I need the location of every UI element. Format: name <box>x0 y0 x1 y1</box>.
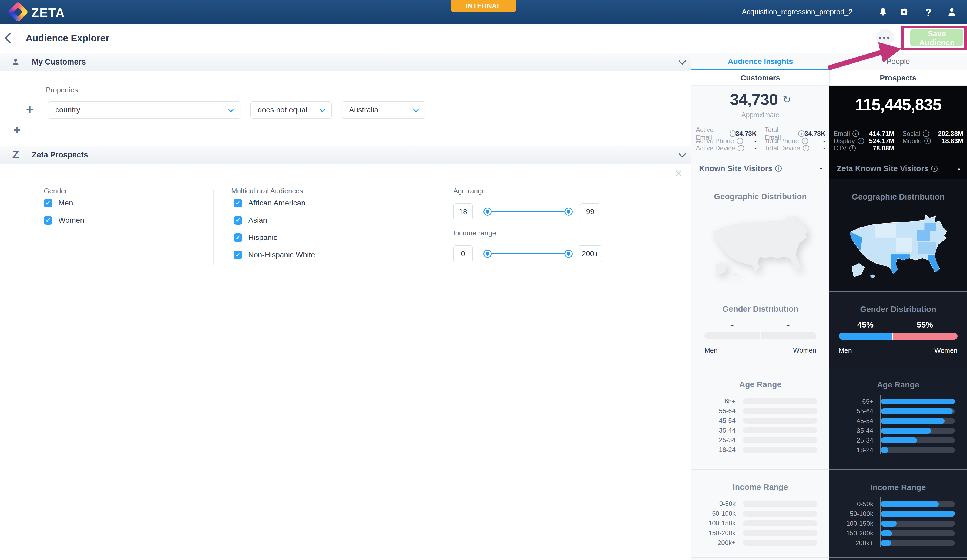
prospects-gender-section: Gender Distribution 45% 55% Men Women <box>829 291 967 367</box>
info-icon[interactable]: i <box>775 165 782 172</box>
info-icon[interactable]: i <box>923 130 929 137</box>
checkbox-row[interactable]: ✓Women <box>44 216 84 225</box>
bar-fill <box>881 399 955 405</box>
bar-category-label: 65+ <box>829 398 877 405</box>
bar-category-label: 100-150k <box>691 519 739 527</box>
info-icon[interactable]: i <box>803 145 809 152</box>
refresh-icon[interactable]: ↻ <box>783 94 791 105</box>
income-max-input[interactable]: 200+ <box>578 245 602 262</box>
checkbox-row[interactable]: ✓Men <box>44 199 84 208</box>
connector-line <box>17 111 17 126</box>
known-visitors-label: Known Site Visitors i <box>699 164 782 173</box>
my-customers-section-header[interactable]: My Customers <box>0 53 691 71</box>
checkbox-checked[interactable]: ✓ <box>234 199 242 208</box>
chevron-down-icon <box>319 106 325 112</box>
bar-track <box>881 540 955 546</box>
slider-track <box>487 211 569 212</box>
brand-logo-text[interactable]: ZETA <box>31 5 65 20</box>
info-icon[interactable]: i <box>738 145 744 152</box>
age-range-slider[interactable] <box>484 208 573 216</box>
checkbox-row[interactable]: ✓Non-Hispanic White <box>234 250 315 259</box>
bar-track <box>743 447 817 453</box>
stat-value: - <box>754 137 757 145</box>
income-range-slider[interactable] <box>484 250 573 258</box>
customers-income-section: Income Range 0-50k50-100k100-150k150-200… <box>691 469 829 557</box>
info-icon[interactable]: i <box>924 138 931 144</box>
known-visitors-value: - <box>820 164 822 173</box>
checkbox-checked[interactable]: ✓ <box>44 199 53 208</box>
zeta-logo-icon[interactable] <box>8 2 28 22</box>
prospects-usa-map <box>829 208 967 282</box>
prospects-footer-divider <box>829 557 967 560</box>
operator-select[interactable]: does not equal <box>251 101 332 119</box>
chevron-down-icon[interactable] <box>678 150 686 158</box>
info-icon[interactable]: i <box>931 166 937 172</box>
account-user-icon[interactable] <box>947 7 957 17</box>
slider-handle-min[interactable] <box>484 208 492 216</box>
checkbox-label: Asian <box>248 216 267 225</box>
bar-track <box>881 520 955 527</box>
stat-label: Mobilei <box>903 137 931 145</box>
checkbox-checked[interactable]: ✓ <box>234 250 242 259</box>
checkbox-row[interactable]: ✓Asian <box>234 216 315 225</box>
info-icon[interactable]: i <box>858 138 864 144</box>
checkbox-row[interactable]: ✓Hispanic <box>234 233 315 242</box>
bar-track <box>743 511 817 517</box>
bar-category-label: 18-24 <box>829 446 877 454</box>
chart-axis <box>880 395 881 454</box>
bar-category-label: 50-100k <box>829 510 877 517</box>
prospects-count-section: 115,445,835 <box>829 86 967 124</box>
info-icon[interactable]: i <box>730 130 736 137</box>
settings-gear-icon[interactable] <box>899 7 909 17</box>
notifications-bell-icon[interactable] <box>878 7 888 17</box>
slider-handle-max[interactable] <box>564 250 573 258</box>
info-icon[interactable]: i <box>737 138 743 144</box>
age-min-input[interactable]: 18 <box>453 203 473 220</box>
checkbox-checked[interactable]: ✓ <box>234 216 242 225</box>
help-icon[interactable]: ? <box>923 8 934 18</box>
bar-row: 35-44 <box>691 427 829 433</box>
zeta-prospects-section-header[interactable]: Z Zeta Prospects <box>0 145 691 164</box>
chevron-down-icon[interactable] <box>678 57 686 65</box>
checkbox-label: African American <box>248 199 305 208</box>
back-chevron-icon[interactable] <box>4 32 16 44</box>
my-customers-title: My Customers <box>32 58 86 66</box>
checkbox-checked[interactable]: ✓ <box>44 216 53 225</box>
slider-handle-min[interactable] <box>484 250 492 258</box>
filter-column-divider <box>213 190 214 265</box>
add-condition-button[interactable]: + <box>25 105 34 114</box>
connector-line <box>35 110 42 110</box>
stat-value: - <box>754 145 757 152</box>
info-icon[interactable]: i <box>798 130 804 137</box>
customers-stats-left: Active Emaili34.73KActive Phonei-Active … <box>696 130 757 158</box>
bar-category-label: 35-44 <box>829 427 877 435</box>
value-select[interactable]: Australia <box>342 101 426 119</box>
zeta-z-icon: Z <box>10 148 21 161</box>
geo-title: Geographic Distribution <box>691 192 829 201</box>
slider-handle-max[interactable] <box>564 208 573 216</box>
customers-age-chart: 65+55-6445-5435-4425-3418-24 <box>691 398 829 453</box>
bar-fill <box>881 437 917 443</box>
info-icon[interactable]: i <box>802 138 808 144</box>
checkbox-row[interactable]: ✓African American <box>234 199 315 208</box>
info-icon[interactable]: i <box>849 145 856 152</box>
bar-track <box>881 428 955 434</box>
income-min-input[interactable]: 0 <box>453 245 473 262</box>
add-group-button[interactable]: + <box>12 125 21 135</box>
project-name[interactable]: Acquisition_regression_preprod_2 <box>742 0 853 24</box>
bar-category-label: 45-54 <box>691 417 739 425</box>
multicultural-checkbox-list: ✓African American✓Asian✓Hispanic✓Non-His… <box>234 199 315 259</box>
property-field-select[interactable]: country <box>48 101 240 119</box>
age-max-input[interactable]: 99 <box>580 203 600 220</box>
info-icon[interactable]: i <box>853 130 859 137</box>
customers-age-section: Age Range 65+55-6445-5435-4425-3418-24 <box>691 367 829 469</box>
checkbox-checked[interactable]: ✓ <box>234 233 242 242</box>
customers-column-header: Customers <box>691 71 829 86</box>
tab-audience-insights[interactable]: Audience Insights <box>691 53 829 70</box>
bar-track <box>881 437 955 443</box>
bar-track <box>881 501 955 507</box>
close-icon[interactable]: × <box>675 167 682 180</box>
bar-fill <box>881 418 945 424</box>
bar-row: 65+ <box>829 399 967 405</box>
bar-row: 150-200k <box>691 530 829 536</box>
